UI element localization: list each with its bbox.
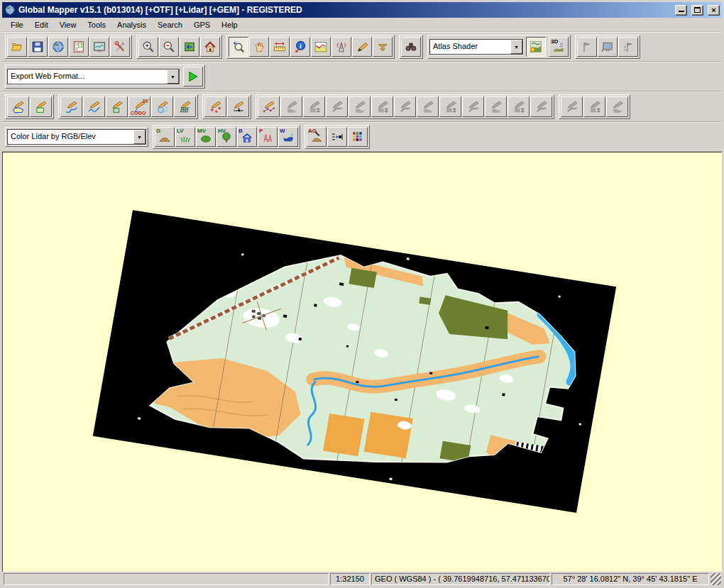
- minimize-button[interactable]: [675, 5, 687, 16]
- pencil-vertices-icon: [263, 101, 275, 113]
- gps-mark-waypoint-button[interactable]: [618, 37, 638, 57]
- search-button[interactable]: [401, 37, 421, 57]
- maximize-button[interactable]: [691, 5, 703, 16]
- pencil-rectangle-icon: [35, 101, 48, 113]
- lidar-filter-button[interactable]: [327, 127, 347, 147]
- menu-tools[interactable]: Tools: [82, 19, 111, 30]
- gray-edit-icon: [353, 101, 366, 113]
- digitizer-disabled-tool-2-button[interactable]: [303, 96, 325, 117]
- digitizer-disabled-tool-14-button[interactable]: [583, 96, 605, 117]
- path-profile-button[interactable]: [311, 37, 331, 57]
- gps-information-button[interactable]: [598, 37, 618, 57]
- classify-water-button[interactable]: W: [278, 127, 298, 147]
- classify-powerline-button[interactable]: P: [258, 127, 278, 147]
- open-folder-icon: [11, 40, 23, 53]
- menu-view[interactable]: View: [54, 19, 82, 30]
- menu-file[interactable]: File: [5, 19, 29, 30]
- digitizer-disabled-tool-13-button[interactable]: [561, 96, 583, 117]
- classify-low-vegetation-button[interactable]: LV: [175, 127, 195, 147]
- digitizer-disabled-tool-3-button[interactable]: [326, 96, 348, 117]
- hill-shading-toggle-button[interactable]: [526, 37, 546, 57]
- digitizer-disabled-tool-9-button[interactable]: [462, 96, 484, 117]
- zoom-in-button[interactable]: [138, 37, 158, 57]
- zoom-tool-button[interactable]: [229, 37, 248, 57]
- edit-vertices-button[interactable]: [258, 96, 280, 117]
- digitizer-disabled-tool-8-button[interactable]: [439, 96, 461, 117]
- low-veg-label: LV: [177, 128, 184, 134]
- menu-edit[interactable]: Edit: [29, 19, 54, 30]
- create-area-rectangle-button[interactable]: [30, 96, 52, 117]
- create-rectangle-line-button[interactable]: [106, 96, 128, 117]
- export-format-select[interactable]: Export Web Format... ▼: [7, 69, 180, 84]
- map-canvas[interactable]: [2, 152, 722, 572]
- full-view-button[interactable]: [200, 37, 220, 57]
- lidar-color-dropdown-icon[interactable]: ▼: [133, 130, 146, 144]
- crossed-tools-icon: [114, 40, 126, 53]
- digitizer-disabled-tool-12-button[interactable]: [530, 96, 552, 117]
- classify-buildings-button[interactable]: B: [237, 127, 257, 147]
- lidar-classify-group: G LV MV HV B P W: [153, 125, 300, 149]
- feature-info-tool-button[interactable]: [290, 37, 310, 57]
- terrain-profile-icon: [314, 40, 327, 53]
- menu-gps[interactable]: GPS: [188, 19, 216, 30]
- map-catalog-button[interactable]: [69, 37, 89, 57]
- digitizer-disabled-tool-4-button[interactable]: [349, 96, 371, 117]
- restore-last-view-button[interactable]: [180, 37, 199, 57]
- create-point-at-location-button[interactable]: [227, 96, 249, 117]
- resize-grip[interactable]: [711, 573, 721, 585]
- create-line-group: 36'COGO: [58, 94, 198, 119]
- zoom-out-button[interactable]: [159, 37, 179, 57]
- floppy-disk-icon: [31, 40, 44, 53]
- status-message-pane: [4, 573, 329, 585]
- create-cogo-feature-button[interactable]: 36'COGO: [128, 96, 150, 117]
- menu-help[interactable]: Help: [216, 19, 243, 30]
- gps-monitor-icon: [601, 40, 614, 53]
- digitizer-disabled-tool-5-button[interactable]: [371, 96, 393, 117]
- lidar-color-select[interactable]: Color Lidar by RGB/Elev ▼: [7, 129, 146, 145]
- create-freehand-line-button[interactable]: [83, 96, 105, 117]
- digitizer-disabled-tool-11-button[interactable]: [508, 96, 530, 117]
- create-line-feature-button[interactable]: [60, 96, 82, 117]
- gray-edit-icon: [611, 101, 624, 113]
- digitizer-disabled-tool-7-button[interactable]: [417, 96, 439, 117]
- pan-tool-button[interactable]: [249, 37, 269, 57]
- create-regular-grid-button[interactable]: [174, 96, 196, 117]
- classify-high-vegetation-button[interactable]: HV: [216, 127, 236, 147]
- view-3d-button[interactable]: 3D: [549, 37, 569, 57]
- lidar-palette-button[interactable]: [348, 127, 368, 147]
- create-point-group: [202, 94, 251, 119]
- tool-options-dropdown-button[interactable]: [373, 37, 393, 57]
- run-export-button[interactable]: [183, 67, 203, 87]
- high-veg-label: HV: [218, 128, 226, 134]
- digitizer-disabled-tool-10-button[interactable]: [485, 96, 507, 117]
- above-ground-label: AG: [308, 128, 317, 134]
- digitizer-disabled-tool-15-button[interactable]: [606, 96, 628, 117]
- gps-start-tracking-button[interactable]: [577, 37, 597, 57]
- menu-analysis[interactable]: Analysis: [111, 19, 152, 30]
- create-range-rings-button[interactable]: [151, 96, 173, 117]
- digitizer-disabled-tool-1-button[interactable]: [280, 96, 302, 117]
- create-area-feature-button[interactable]: [7, 96, 29, 117]
- close-button[interactable]: ×: [708, 5, 720, 16]
- atlas-shader-dropdown-icon[interactable]: ▼: [510, 40, 522, 54]
- atlas-shader-select[interactable]: Atlas Shader ▼: [429, 39, 523, 55]
- view-shed-button[interactable]: [331, 37, 351, 57]
- export-format-dropdown-icon[interactable]: ▼: [167, 70, 179, 84]
- export-format-value: Export Web Format...: [8, 70, 167, 84]
- create-point-features-button[interactable]: [204, 96, 226, 117]
- classify-medium-vegetation-button[interactable]: MV: [196, 127, 216, 147]
- menu-search[interactable]: Search: [152, 19, 188, 30]
- configuration-button[interactable]: [110, 37, 130, 57]
- overlay-control-center-button[interactable]: [89, 37, 109, 57]
- measure-tool-button[interactable]: [270, 37, 290, 57]
- digitizer-disabled-tool-6-button[interactable]: [394, 96, 416, 117]
- save-workspace-button[interactable]: [28, 37, 48, 57]
- pencil-rectangle-outline-icon: [111, 101, 124, 113]
- gray-edit-icon: [331, 101, 344, 113]
- download-online-data-button[interactable]: [48, 37, 68, 57]
- menu-bar: File Edit View Tools Analysis Search GPS…: [2, 18, 722, 32]
- classify-ground-button[interactable]: G: [155, 127, 175, 147]
- digitizer-tool-button[interactable]: [352, 37, 372, 57]
- open-file-button[interactable]: [7, 37, 27, 57]
- auto-classify-ground-button[interactable]: AG: [307, 127, 327, 147]
